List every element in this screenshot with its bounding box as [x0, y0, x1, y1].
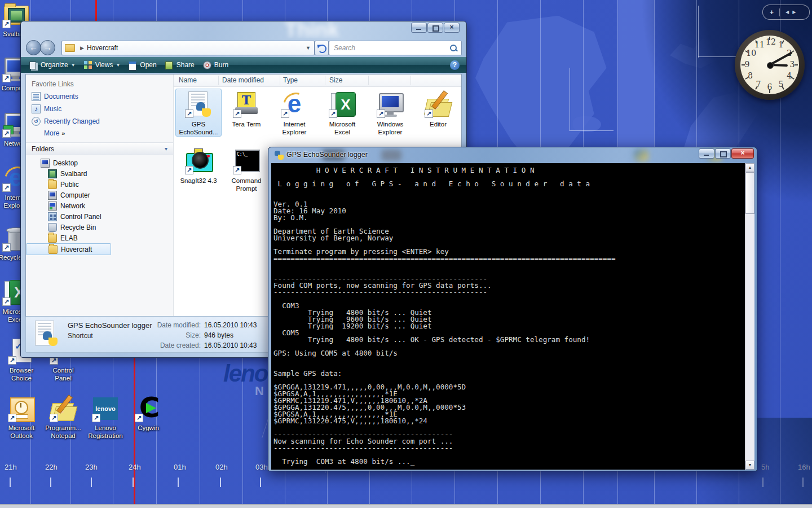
console-output[interactable]: H O V E R C R A F T I N S T R U M E N T … — [271, 163, 745, 470]
shortcut-arrow-icon: ↗ — [185, 110, 193, 118]
breadcrumb[interactable]: Hovercraft — [87, 44, 118, 52]
chevron-right-icon: » — [61, 130, 65, 137]
tree-item-network[interactable]: Network — [26, 200, 173, 211]
column-headers[interactable]: NameDate modifiedTypeSize — [174, 75, 461, 87]
clock-number: 5 — [777, 80, 785, 89]
console-close-button[interactable]: × — [731, 148, 754, 159]
sidebar-item-recently-changed[interactable]: ↺Recently Changed — [26, 115, 173, 128]
search-placeholder: Search — [334, 44, 355, 52]
file-item[interactable]: ↗WindowsExplorer — [368, 89, 413, 136]
file-item-label: EchoSound... — [176, 129, 221, 137]
desktop-icon-label: Cygwin — [127, 424, 170, 432]
scrollbar-thumb[interactable] — [745, 172, 754, 214]
file-item-label: SnagIt32 4.3 — [176, 177, 221, 185]
si-cpl2-icon — [48, 212, 57, 221]
console-minimize-button[interactable] — [699, 148, 714, 159]
timezone-tick — [10, 478, 11, 487]
close-button[interactable]: × — [444, 23, 460, 33]
shortcut-arrow-icon: ↗ — [2, 243, 11, 252]
shortcut-arrow-icon: ↗ — [233, 110, 241, 118]
sidebar-gadget-controls[interactable]: + ◀ ▶ — [762, 5, 810, 20]
desktop-icon-outlook[interactable]: ↗MicrosoftOutlook — [0, 395, 43, 440]
gadget-add-icon[interactable]: + — [770, 8, 774, 16]
file-item[interactable]: ↗Editor — [416, 89, 461, 129]
tree-item-elab[interactable]: ELAB — [26, 233, 173, 243]
clock-number: 8 — [746, 71, 754, 80]
gadget-next-icon[interactable]: ▶ — [792, 10, 796, 15]
share-icon — [165, 60, 174, 69]
desktop-icon-label: Registration — [84, 432, 127, 440]
desktop-icon-ppt-cut[interactable] — [54, 0, 83, 21]
column-separator[interactable] — [411, 76, 411, 85]
file-item[interactable]: X↗MicrosoftExcel — [320, 89, 365, 136]
desktop-icon-notepad[interactable]: ↗Programm...Notepad — [42, 395, 85, 440]
tree-item-control-panel[interactable]: Control Panel — [26, 211, 173, 222]
console-maximize-button[interactable] — [715, 148, 731, 159]
editor-icon: ↗ — [425, 91, 452, 118]
sidebar-item-documents[interactable]: Documents — [26, 90, 173, 103]
column-header-name[interactable]: Name — [179, 76, 197, 84]
toolbar-organize-button[interactable]: Organize▼ — [29, 59, 76, 71]
console-scrollbar[interactable]: ▲ ▼ — [745, 163, 754, 470]
console-text: H O V E R C R A F T I N S T R U M E N T … — [271, 163, 745, 465]
clock-gadget[interactable]: 121234567891011 — [735, 30, 805, 100]
notepadtop-icon — [179, 0, 206, 21]
address-bar[interactable]: ▶ Hovercraft ▼ — [61, 41, 315, 55]
column-separator[interactable] — [280, 76, 280, 85]
sidebar-item-music[interactable]: ♪Music — [26, 103, 173, 115]
file-item[interactable]: C:\_↗CommandPrompt — [224, 146, 269, 192]
toolbar-share-button[interactable]: Share — [165, 59, 195, 71]
column-separator[interactable] — [368, 76, 369, 85]
search-input[interactable]: Search — [329, 41, 462, 55]
column-header-type[interactable]: Type — [283, 76, 298, 84]
chevron-down-icon[interactable]: ▾ — [165, 146, 167, 152]
gadget-prev-icon[interactable]: ◀ — [785, 10, 789, 15]
explorer-titlebar[interactable]: Think × — [21, 21, 466, 38]
sidebar-more-link[interactable]: More» — [26, 128, 173, 139]
search-icon[interactable] — [450, 45, 457, 51]
details-label: Size: — [186, 331, 201, 339]
si-fold-icon — [48, 245, 58, 254]
back-button[interactable]: ← — [26, 40, 41, 55]
timezone-label: 03h — [255, 463, 268, 471]
tree-item-desktop[interactable]: Desktop — [26, 157, 173, 168]
column-header-date-modified[interactable]: Date modified — [222, 76, 264, 84]
forward-button[interactable]: → — [40, 40, 55, 55]
timezone-label: 16h — [798, 463, 810, 471]
file-item[interactable]: e↗InternetExplorer — [272, 89, 317, 136]
shortcut-arrow-icon: ↗ — [2, 183, 11, 192]
desktop-icon-lenovo[interactable]: lenovo↗LenovoRegistration — [84, 395, 127, 440]
file-item[interactable]: T↗Tera Term — [224, 89, 269, 129]
tree-item-hovercraft[interactable]: Hovercraft — [26, 243, 111, 255]
file-item-label: GPS — [176, 121, 221, 129]
scroll-down-button[interactable]: ▼ — [745, 461, 754, 470]
toolbar-views-button[interactable]: Views▼ — [83, 59, 121, 71]
tree-item-public[interactable]: Public — [26, 179, 173, 190]
column-header-size[interactable]: Size — [329, 76, 342, 84]
toolbar-open-button[interactable]: Open — [128, 59, 156, 71]
console-titlebar[interactable]: GPS EchoSounder logger × — [268, 147, 757, 163]
file-item[interactable]: ↗SnagIt32 4.3 — [176, 146, 221, 185]
desktop-icon-cygwin[interactable]: C↗Cygwin — [127, 395, 170, 432]
minimize-button[interactable] — [411, 23, 427, 33]
folders-band[interactable]: Folders ▾ — [26, 142, 173, 155]
cygwin-icon: C↗ — [135, 395, 162, 422]
org-icon — [29, 60, 38, 69]
help-button[interactable]: ? — [450, 60, 460, 70]
wallpaper-red-meridian-top — [95, 0, 97, 21]
column-separator[interactable] — [325, 76, 325, 85]
tree-item-computer[interactable]: Computer — [26, 190, 173, 200]
tree-item-svalbard[interactable]: Svalbard — [26, 168, 173, 179]
file-item-label: Excel — [320, 129, 365, 137]
wallpaper-think-text-blurred: Think — [285, 21, 339, 38]
refresh-button[interactable] — [315, 41, 329, 55]
column-separator[interactable] — [218, 76, 219, 85]
address-dropdown-icon[interactable]: ▼ — [306, 45, 311, 51]
desktop-icon-printer-cut[interactable] — [134, 0, 164, 21]
tree-item-recycle-bin[interactable]: Recycle Bin — [26, 222, 173, 233]
toolbar-burn-button[interactable]: Burn — [202, 59, 228, 71]
scroll-up-button[interactable]: ▲ — [745, 163, 754, 172]
file-item[interactable]: ↗GPSEchoSound... — [175, 89, 222, 137]
maximize-button[interactable] — [427, 23, 443, 33]
desktop-icon-notepadtop-cut[interactable] — [179, 0, 209, 21]
